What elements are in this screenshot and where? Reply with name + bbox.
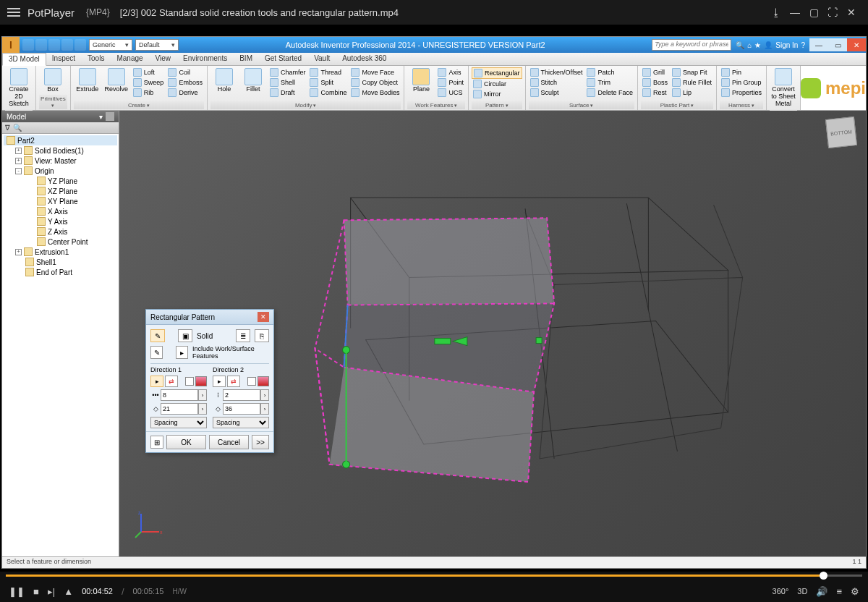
create-2d-sketch-button[interactable]: Create 2D Sketch	[5, 67, 33, 109]
model-browser[interactable]: Model▾ ∇ 🔍 Part2 +Solid Bodies(1)+View: …	[2, 111, 119, 556]
tab-environments[interactable]: Environments	[177, 53, 234, 65]
ok-button[interactable]: OK	[166, 435, 206, 449]
viewport[interactable]: BOTTOM x z Rectangular Pattern ✕ ✎	[119, 111, 866, 556]
grill-button[interactable]: Grill	[641, 67, 669, 77]
tree-item[interactable]: Y Axis	[4, 216, 117, 226]
rectangular-pattern-dialog[interactable]: Rectangular Pattern ✕ ✎ ▣ Solid ≣ ⎘ ✎	[145, 309, 274, 453]
lip-button[interactable]: Lip	[671, 88, 713, 98]
find-icon[interactable]: 🔍	[13, 124, 22, 132]
browser-undock-icon[interactable]	[106, 112, 114, 121]
circular-pattern-button[interactable]: Circular	[472, 79, 522, 89]
tab-view[interactable]: View	[150, 53, 178, 65]
emboss-button[interactable]: Emboss	[166, 77, 204, 88]
tree-item[interactable]: Z Axis	[4, 226, 117, 237]
plane-button[interactable]: Plane	[407, 67, 435, 95]
tree-item[interactable]: Center Point	[4, 237, 117, 247]
dir2-color-swatch[interactable]	[258, 376, 269, 386]
tree-item[interactable]: X Axis	[4, 206, 117, 216]
split-button[interactable]: Split	[308, 77, 348, 88]
ucs-button[interactable]: UCS	[436, 88, 465, 98]
thread-button[interactable]: Thread	[308, 67, 348, 77]
dir2-midplane-check[interactable]	[247, 377, 256, 386]
panel-pattern[interactable]: Pattern	[472, 101, 522, 109]
next-icon[interactable]: ▸|	[48, 586, 55, 597]
solid-selector-button[interactable]: ▣	[178, 329, 192, 342]
tab-manage[interactable]: Manage	[111, 53, 149, 65]
shell-button[interactable]: Shell	[268, 77, 307, 88]
dir1-pick-button[interactable]: ▸	[150, 376, 163, 387]
inventor-logo-icon[interactable]: I	[2, 37, 20, 53]
properties-button[interactable]: Properties	[720, 88, 763, 98]
more-button[interactable]: >>	[252, 435, 269, 449]
star-icon[interactable]: ★	[754, 41, 761, 49]
revolve-button[interactable]: Revolve	[103, 67, 130, 95]
axis-triad[interactable]: x z	[134, 510, 163, 539]
dir2-distance-more[interactable]: ›	[260, 403, 269, 415]
dir2-distance-input[interactable]	[223, 403, 260, 415]
app-minimize-icon[interactable]: —	[809, 38, 828, 51]
dir2-mode-select[interactable]: Spacing	[213, 417, 269, 428]
sign-in-link[interactable]: Sign In	[775, 41, 798, 49]
user-icon[interactable]: 👤	[764, 41, 773, 49]
panel-surface[interactable]: Surface	[529, 101, 634, 109]
fullscreen-icon[interactable]: ⛶	[823, 7, 842, 18]
include-pick-button[interactable]: ▸	[176, 346, 188, 359]
combine-button[interactable]: Combine	[308, 88, 348, 98]
dir1-flip-button[interactable]: ⇄	[165, 376, 178, 387]
settings-icon[interactable]: ⚙	[851, 586, 859, 597]
eject-icon[interactable]: ▲	[64, 586, 73, 597]
maximize-icon[interactable]: ▢	[804, 7, 823, 18]
panel-modify[interactable]: Modify	[210, 101, 401, 109]
volume-icon[interactable]: 🔊	[816, 586, 827, 597]
dir1-distance-input[interactable]	[161, 403, 198, 415]
mirror-button[interactable]: Mirror	[472, 89, 522, 99]
seek-bar[interactable]	[0, 572, 868, 580]
stitch-button[interactable]: Stitch	[529, 77, 584, 88]
point-button[interactable]: Point	[436, 77, 465, 88]
axis-button[interactable]: Axis	[436, 67, 465, 77]
dir1-midplane-check[interactable]	[185, 377, 194, 386]
sweep-button[interactable]: Sweep	[132, 77, 166, 88]
dir2-pick-button[interactable]: ▸	[213, 376, 226, 387]
rib-button[interactable]: Rib	[132, 88, 166, 98]
quick-access-toolbar[interactable]	[20, 39, 89, 51]
tree-item[interactable]: +Extrusion1	[4, 247, 117, 257]
thicken-button[interactable]: Thicken/Offset	[529, 67, 584, 77]
qat-open-icon[interactable]	[35, 39, 47, 51]
include-selector-button[interactable]: ✎	[150, 346, 163, 359]
browser-toolbar[interactable]: ∇ 🔍	[2, 122, 119, 134]
coil-button[interactable]: Coil	[166, 67, 204, 77]
move-bodies-button[interactable]: Move Bodies	[349, 88, 401, 98]
qat-save-icon[interactable]	[48, 39, 60, 51]
panel-create[interactable]: Create	[74, 101, 204, 109]
dir1-distance-more[interactable]: ›	[198, 403, 207, 415]
derive-button[interactable]: Derive	[166, 88, 204, 98]
tab-bim[interactable]: BIM	[234, 53, 259, 65]
patch-button[interactable]: Patch	[585, 67, 634, 77]
help2-icon[interactable]: ?	[801, 41, 805, 49]
chamfer-button[interactable]: Chamfer	[268, 67, 307, 77]
box-button[interactable]: Box	[39, 67, 67, 95]
app-restore-icon[interactable]: ▭	[828, 38, 847, 51]
tab-3d-model[interactable]: 3D Model	[2, 53, 46, 66]
pin-group-button[interactable]: Pin Group	[720, 77, 763, 88]
pause-icon[interactable]: ❚❚	[9, 586, 25, 597]
trim-button[interactable]: Trim	[585, 77, 634, 88]
cancel-button[interactable]: Cancel	[209, 435, 249, 449]
dir2-count-input[interactable]	[223, 389, 260, 401]
tab-tools[interactable]: Tools	[82, 53, 111, 65]
minimize-icon[interactable]: —	[786, 7, 804, 18]
tree-root[interactable]: Part2	[4, 135, 117, 145]
tree-item[interactable]: Shell1	[4, 257, 117, 267]
key-icon[interactable]: ⌂	[747, 41, 752, 49]
dir2-count-more[interactable]: ›	[260, 389, 269, 401]
dir1-mode-select[interactable]: Spacing	[150, 417, 207, 428]
draft-button[interactable]: Draft	[268, 88, 307, 98]
pin-button[interactable]: Pin	[720, 67, 763, 77]
dir1-count-more[interactable]: ›	[198, 389, 207, 401]
menu-icon[interactable]	[7, 6, 20, 19]
style-combo[interactable]: Generic	[89, 39, 132, 51]
browser-header[interactable]: Model▾	[2, 111, 119, 122]
rectangular-pattern-button[interactable]: Rectangular	[472, 67, 522, 79]
extrude-button[interactable]: Extrude	[74, 67, 101, 95]
